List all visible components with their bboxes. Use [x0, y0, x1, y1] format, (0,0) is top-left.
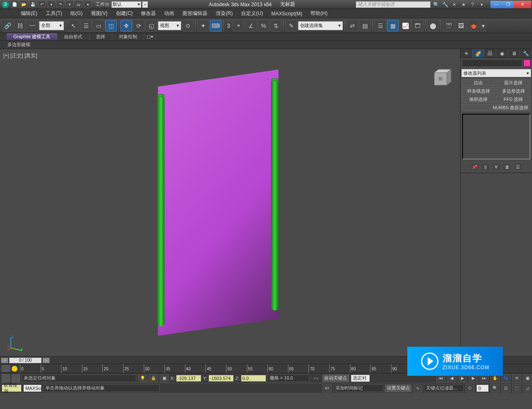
manipulate-icon[interactable]: ✦	[197, 20, 209, 32]
nav-zoom-extents-icon[interactable]: ⬚	[512, 384, 521, 392]
mini-listener-handle[interactable]	[2, 374, 10, 382]
render-setup-icon[interactable]: 🎬	[443, 20, 454, 32]
nav-fov-icon[interactable]: ◿	[523, 384, 532, 392]
unlink-icon[interactable]: ⛓	[14, 20, 26, 32]
curve-editor-icon[interactable]: 📈	[399, 20, 411, 32]
nav-orbit-icon[interactable]: ⟲	[512, 374, 521, 382]
selection-filter-dropdown[interactable]: 全部▾	[39, 21, 64, 30]
menu-render[interactable]: 渲染(R)	[212, 9, 237, 18]
mini-listener-handle2[interactable]	[12, 374, 20, 382]
nav-zoom-all-icon[interactable]: ⊡	[501, 384, 510, 392]
render-production-icon[interactable]: 🫖	[468, 20, 479, 32]
cmd-tab-modify-icon[interactable]: 🌈	[473, 49, 485, 58]
menu-graph-editor[interactable]: 图形编辑器	[178, 9, 212, 18]
pin-stack-icon[interactable]: 📌	[470, 163, 479, 171]
key-filters-icon[interactable]: ∿	[413, 384, 422, 392]
modifier-list-dropdown[interactable]: 修改器列表▾	[461, 69, 531, 77]
select-move-icon[interactable]: ✥	[121, 20, 132, 32]
select-scale-icon[interactable]: ◱	[145, 20, 157, 32]
app-menu-icon[interactable]: 3	[2, 1, 9, 8]
link-icon[interactable]: 🔗	[2, 20, 13, 32]
mirror-icon[interactable]: ⇄	[347, 20, 358, 32]
ribbon-panel-polymodel[interactable]: 多边形建模	[3, 42, 34, 48]
menu-help[interactable]: 帮助(H)	[306, 9, 332, 18]
cmd-tab-display-icon[interactable]: 🖥	[508, 49, 520, 58]
menu-tools[interactable]: 工具(T)	[42, 9, 66, 18]
object-color-swatch[interactable]	[523, 59, 531, 67]
time-slider-prev-icon[interactable]: <	[1, 358, 8, 363]
search-button-icon[interactable]: 🔍	[432, 1, 440, 8]
ribbon-tab-paint[interactable]: 对象绘制	[112, 33, 144, 40]
qat-open-icon[interactable]: 📂	[20, 1, 27, 8]
sel-btn-patch[interactable]: 面片选择	[496, 79, 530, 86]
qat-project-icon[interactable]: 🗂	[75, 1, 82, 8]
ribbon-tab-selection[interactable]: 选择	[89, 33, 112, 40]
rollout-area[interactable]	[461, 173, 532, 356]
window-maximize-button[interactable]: ❐	[502, 1, 514, 8]
spinner-snap-icon[interactable]: ⇅	[270, 20, 282, 32]
time-slider-handle[interactable]: 0 / 100	[9, 358, 42, 363]
ribbon-tab-freeform[interactable]: 自由形式	[57, 33, 89, 40]
sel-btn-extrude[interactable]: 抗出	[461, 79, 495, 86]
pivot-center-icon[interactable]: ⊙	[182, 20, 194, 32]
viewport-label[interactable]: [+] [正交] [真实]	[3, 52, 37, 59]
named-selection-edit-icon[interactable]: ✎	[286, 20, 297, 32]
menu-animation[interactable]: 动画	[160, 9, 178, 18]
ribbon-tab-graphite[interactable]: Graphite 建模工具	[7, 33, 57, 40]
qat-redo-icon[interactable]: ↷	[57, 1, 64, 8]
select-rotate-icon[interactable]: ⟳	[133, 20, 145, 32]
layer-manager-icon[interactable]: ☰	[374, 20, 386, 32]
keyboard-shortcut-icon[interactable]: ⌨	[210, 20, 222, 32]
auto-key-button[interactable]: 自动关键点	[323, 375, 349, 382]
menu-create[interactable]: 创建(C)	[112, 9, 137, 18]
qat-project-drop-icon[interactable]: ▾	[84, 1, 91, 8]
viewport[interactable]: [+] [正交] [真实] 前 z y x	[0, 49, 461, 356]
viewcube[interactable]: 前	[429, 68, 452, 90]
menu-edit[interactable]: 编辑(E)	[17, 9, 42, 18]
exchange-icon[interactable]: ✕	[451, 1, 458, 8]
qat-save-icon[interactable]: 💾	[29, 1, 37, 8]
sel-btn-nurbs[interactable]: NURBS 曲面选择	[461, 104, 530, 111]
workspace-dropdown[interactable]: 默认▾	[111, 1, 141, 8]
object-name-field[interactable]	[462, 59, 522, 67]
ribbon-expand-icon[interactable]: ▢▾	[144, 33, 156, 40]
key-mode-dropdown[interactable]: 选定对	[351, 375, 370, 382]
qat-undo-drop-icon[interactable]: ▾	[47, 1, 55, 8]
modifier-stack[interactable]	[462, 114, 530, 159]
favorites-icon[interactable]: ★	[460, 1, 467, 8]
sel-btn-volume[interactable]: 体积选择	[461, 96, 495, 103]
qat-redo-drop-icon[interactable]: ▾	[66, 1, 73, 8]
help-icon[interactable]: ?	[469, 1, 476, 8]
menu-group[interactable]: 组(G)	[66, 9, 86, 18]
select-object-icon[interactable]: ↖	[68, 20, 79, 32]
sel-btn-ffd[interactable]: FFD 选择	[496, 96, 530, 103]
frame-marker-icon[interactable]	[12, 366, 17, 372]
schematic-view-icon[interactable]: 🗔	[412, 20, 424, 32]
window-crossing-icon[interactable]: ◫	[105, 20, 117, 32]
nav-max-viewport-icon[interactable]: ▣	[523, 374, 532, 382]
coord-y-field[interactable]: -1603.574	[209, 375, 234, 382]
set-key-button[interactable]: 设置关键点	[385, 385, 411, 392]
subscription-icon[interactable]: 🔧	[441, 1, 449, 8]
infocenter-search[interactable]: 键入关键字或短语	[356, 1, 431, 8]
key-filters-button[interactable]: 关键点过滤器...	[424, 385, 464, 392]
time-slider-next-icon[interactable]: >	[42, 358, 50, 363]
sel-btn-poly[interactable]: 多边形选择	[496, 87, 530, 95]
lock-selection-icon[interactable]: 🔒	[149, 374, 158, 382]
snap-toggle-icon[interactable]: ⌖	[233, 20, 244, 32]
window-minimize-button[interactable]: —	[490, 1, 502, 8]
window-close-button[interactable]: ✕	[514, 1, 531, 8]
help-drop-icon[interactable]: ▾	[478, 1, 485, 8]
cmd-tab-utilities-icon[interactable]: 🔧	[520, 49, 532, 58]
menu-modifiers[interactable]: 修改器	[137, 9, 160, 18]
angle-snap-icon[interactable]: ∠	[245, 20, 257, 32]
rect-region-icon[interactable]: ▭	[93, 20, 104, 32]
named-selection-dropdown[interactable]: 创建选择集▾	[298, 21, 343, 30]
track-bar-toggle-icon[interactable]	[2, 365, 10, 372]
time-tag-icon[interactable]: 🏷	[323, 384, 332, 392]
add-time-tag[interactable]: 添加时间标记	[333, 385, 383, 392]
sel-btn-spline[interactable]: 样条线选择	[461, 87, 495, 95]
make-unique-icon[interactable]: ∀	[492, 163, 501, 171]
percent-snap-icon[interactable]: %	[258, 20, 269, 32]
menu-maxscript[interactable]: MAXScript(M)	[267, 9, 307, 18]
